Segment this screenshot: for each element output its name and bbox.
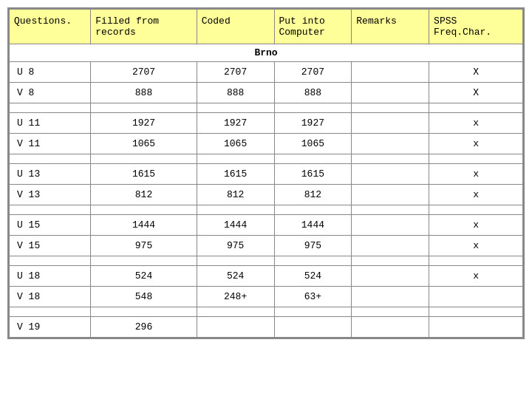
cell-remarks: [352, 317, 429, 338]
cell-filled: 524: [91, 266, 197, 287]
cell-spss: x: [429, 113, 523, 134]
spacer-cell: [429, 154, 523, 164]
cell-computer: 812: [274, 185, 352, 205]
cell-spss: x: [429, 236, 523, 256]
cell-coded: 1065: [197, 134, 274, 154]
section-header-row: Brno: [10, 44, 523, 62]
spacer-cell: [91, 256, 197, 266]
spacer-cell: [197, 256, 274, 266]
cell-filled: 296: [91, 317, 197, 338]
cell-filled: 1065: [91, 134, 197, 154]
spacer-cell: [274, 103, 352, 113]
spacer-cell: [10, 307, 91, 317]
spacer-cell: [429, 205, 523, 215]
table-row: U 11 1927 1927 1927 x: [10, 113, 523, 134]
cell-spss: X: [429, 83, 523, 103]
cell-filled: 2707: [91, 62, 197, 83]
cell-remarks: [352, 266, 429, 287]
table-row: V 19 296: [10, 317, 523, 338]
cell-question: U 13: [10, 164, 91, 185]
cell-coded: 888: [197, 83, 274, 103]
header-computer: Put into Computer: [274, 10, 352, 44]
table-row: [10, 256, 523, 266]
cell-spss: x: [429, 164, 523, 185]
cell-filled: 1927: [91, 113, 197, 134]
cell-filled: 812: [91, 185, 197, 205]
spacer-cell: [274, 307, 352, 317]
cell-question: V 15: [10, 236, 91, 256]
cell-remarks: [352, 236, 429, 256]
table-row: V 8 888 888 888 X: [10, 83, 523, 103]
spacer-cell: [429, 103, 523, 113]
cell-filled: 975: [91, 236, 197, 256]
spacer-cell: [429, 256, 523, 266]
cell-coded: 2707: [197, 62, 274, 83]
cell-spss: X: [429, 62, 523, 83]
cell-filled: 1444: [91, 215, 197, 236]
spacer-cell: [197, 307, 274, 317]
spacer-cell: [91, 205, 197, 215]
table-row: V 11 1065 1065 1065 x: [10, 134, 523, 154]
spacer-cell: [352, 205, 429, 215]
spacer-cell: [429, 307, 523, 317]
cell-spss: x: [429, 215, 523, 236]
section-label: Brno: [10, 44, 523, 62]
cell-computer: 975: [274, 236, 352, 256]
table-row: V 13 812 812 812 x: [10, 185, 523, 205]
spacer-cell: [197, 154, 274, 164]
cell-question: V 18: [10, 287, 91, 307]
spacer-cell: [10, 205, 91, 215]
table-row: [10, 103, 523, 113]
cell-computer: [274, 317, 352, 338]
cell-filled: 888: [91, 83, 197, 103]
table-row: U 18 524 524 524 x: [10, 266, 523, 287]
cell-remarks: [352, 113, 429, 134]
cell-question: V 11: [10, 134, 91, 154]
cell-remarks: [352, 164, 429, 185]
spacer-cell: [91, 103, 197, 113]
cell-coded: 1444: [197, 215, 274, 236]
spacer-cell: [352, 307, 429, 317]
cell-computer: 1927: [274, 113, 352, 134]
main-table-wrapper: Questions. Filled from records Coded Put…: [7, 7, 525, 339]
cell-remarks: [352, 215, 429, 236]
cell-question: V 19: [10, 317, 91, 338]
cell-question: U 8: [10, 62, 91, 83]
cell-question: U 15: [10, 215, 91, 236]
table-row: U 15 1444 1444 1444 x: [10, 215, 523, 236]
spacer-cell: [274, 154, 352, 164]
cell-remarks: [352, 83, 429, 103]
spacer-cell: [352, 256, 429, 266]
cell-spss: x: [429, 266, 523, 287]
spacer-cell: [197, 103, 274, 113]
cell-computer: 1615: [274, 164, 352, 185]
table-row: V 18 548 248+ 63+: [10, 287, 523, 307]
cell-remarks: [352, 134, 429, 154]
cell-coded: 248+: [197, 287, 274, 307]
cell-remarks: [352, 287, 429, 307]
table-row: U 13 1615 1615 1615 x: [10, 164, 523, 185]
data-table: Questions. Filled from records Coded Put…: [9, 9, 523, 338]
spacer-cell: [352, 154, 429, 164]
cell-coded: 975: [197, 236, 274, 256]
cell-spss: x: [429, 134, 523, 154]
table-row: [10, 205, 523, 215]
cell-filled: 1615: [91, 164, 197, 185]
header-remarks: Remarks: [352, 10, 429, 44]
cell-question: U 11: [10, 113, 91, 134]
cell-coded: [197, 317, 274, 338]
cell-question: V 8: [10, 83, 91, 103]
cell-computer: 888: [274, 83, 352, 103]
cell-remarks: [352, 185, 429, 205]
spacer-cell: [274, 205, 352, 215]
spacer-cell: [10, 103, 91, 113]
cell-computer: 2707: [274, 62, 352, 83]
cell-coded: 1615: [197, 164, 274, 185]
header-questions: Questions.: [10, 10, 91, 44]
cell-coded: 524: [197, 266, 274, 287]
cell-remarks: [352, 62, 429, 83]
cell-computer: 63+: [274, 287, 352, 307]
table-row: V 15 975 975 975 x: [10, 236, 523, 256]
header-row: Questions. Filled from records Coded Put…: [10, 10, 523, 44]
spacer-cell: [10, 256, 91, 266]
